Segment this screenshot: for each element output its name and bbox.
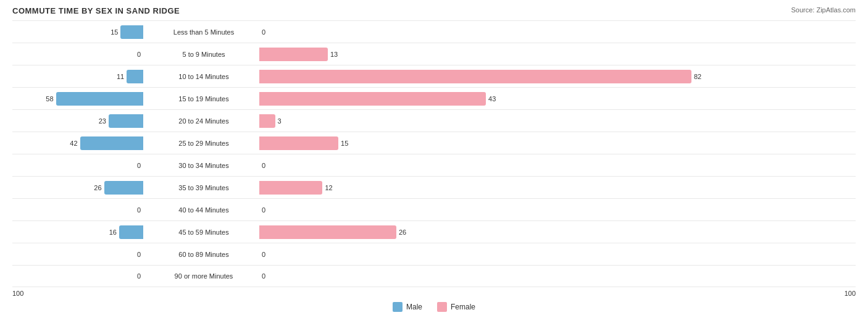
row-label: 30 to 34 Minutes — [148, 162, 259, 169]
right-section: 0 — [259, 203, 856, 217]
row-label: 45 to 59 Minutes — [148, 229, 259, 236]
right-section: 82 — [259, 70, 856, 83]
row-label: Less than 5 Minutes — [148, 28, 259, 36]
chart-inner: 15 Less than 5 Minutes 0 0 5 to 9 Minute… — [12, 20, 856, 287]
legend-female: Female — [437, 302, 475, 312]
male-value: 15 — [106, 28, 118, 36]
source-label: Source: ZipAtlas.com — [791, 6, 856, 14]
table-row: 0 5 to 9 Minutes 13 — [12, 43, 856, 65]
right-section: 0 — [259, 25, 856, 39]
left-section: 0 — [12, 159, 148, 172]
male-bar — [56, 92, 143, 106]
table-row: 58 15 to 19 Minutes 43 — [12, 87, 856, 109]
legend: Male Female — [12, 302, 856, 312]
female-value: 0 — [262, 28, 265, 36]
left-section: 16 — [12, 225, 148, 239]
bottom-right-label: 100 — [845, 290, 856, 297]
female-bar — [259, 48, 328, 61]
male-value: 26 — [90, 184, 102, 191]
right-section: 12 — [259, 181, 856, 195]
female-value: 3 — [278, 117, 282, 125]
row-label: 35 to 39 Minutes — [148, 184, 259, 191]
male-value: 0 — [128, 272, 141, 280]
female-value: 43 — [488, 95, 496, 103]
table-row: 0 60 to 89 Minutes 0 — [12, 243, 856, 265]
female-value: 0 — [262, 272, 265, 280]
male-value: 0 — [128, 51, 141, 58]
female-value: 13 — [330, 51, 338, 58]
female-bar — [259, 225, 396, 239]
bottom-axis-labels: 100 100 — [12, 290, 856, 297]
right-section: 0 — [259, 269, 856, 283]
table-row: 15 Less than 5 Minutes 0 — [12, 20, 856, 43]
left-section: 15 — [12, 25, 148, 39]
table-row: 42 25 to 29 Minutes 15 — [12, 132, 856, 154]
chart-container: COMMUTE TIME BY SEX IN SAND RIDGE Source… — [0, 0, 868, 323]
male-value: 0 — [128, 206, 141, 214]
row-label: 10 to 14 Minutes — [148, 73, 259, 80]
table-row: 0 90 or more Minutes 0 — [12, 265, 856, 287]
left-section: 11 — [12, 70, 148, 83]
table-row: 0 30 to 34 Minutes 0 — [12, 154, 856, 176]
table-row: 11 10 to 14 Minutes 82 — [12, 65, 856, 87]
left-section: 23 — [12, 114, 148, 128]
female-value: 12 — [325, 184, 332, 191]
legend-male: Male — [393, 302, 422, 312]
row-label: 25 to 29 Minutes — [148, 140, 259, 147]
male-bar — [120, 25, 143, 39]
table-row: 0 40 to 44 Minutes 0 — [12, 198, 856, 220]
male-bar — [119, 225, 143, 239]
female-bar — [259, 181, 322, 195]
male-value: 23 — [94, 117, 106, 125]
left-section: 0 — [12, 269, 148, 283]
male-value: 0 — [128, 251, 141, 258]
table-row: 16 45 to 59 Minutes 26 — [12, 220, 856, 243]
female-value: 15 — [341, 140, 348, 147]
female-bar — [259, 136, 338, 150]
row-label: 5 to 9 Minutes — [148, 51, 259, 58]
male-value: 58 — [41, 95, 54, 103]
female-value: 0 — [262, 206, 265, 214]
male-bar — [127, 70, 143, 83]
row-label: 15 to 19 Minutes — [148, 95, 259, 103]
legend-female-label: Female — [451, 303, 475, 311]
row-label: 60 to 89 Minutes — [148, 251, 259, 258]
left-section: 0 — [12, 248, 148, 261]
left-section: 58 — [12, 92, 148, 106]
female-value: 26 — [399, 229, 406, 236]
right-section: 0 — [259, 159, 856, 172]
legend-male-box — [393, 302, 403, 312]
table-row: 23 20 to 24 Minutes 3 — [12, 109, 856, 132]
row-label: 20 to 24 Minutes — [148, 117, 259, 125]
male-bar — [80, 136, 143, 150]
right-section: 13 — [259, 48, 856, 61]
chart-title: COMMUTE TIME BY SEX IN SAND RIDGE — [12, 6, 856, 15]
left-section: 0 — [12, 48, 148, 61]
female-bar — [259, 114, 275, 128]
right-section: 26 — [259, 225, 856, 239]
table-row: 26 35 to 39 Minutes 12 — [12, 176, 856, 198]
male-value: 16 — [104, 229, 117, 236]
female-bar — [259, 70, 691, 83]
legend-female-box — [437, 302, 447, 312]
row-label: 40 to 44 Minutes — [148, 206, 259, 214]
row-label: 90 or more Minutes — [148, 272, 259, 280]
right-section: 15 — [259, 136, 856, 150]
left-section: 42 — [12, 136, 148, 150]
right-section: 43 — [259, 92, 856, 106]
right-section: 0 — [259, 248, 856, 261]
male-bar — [109, 114, 143, 128]
right-section: 3 — [259, 114, 856, 128]
male-value: 42 — [65, 140, 78, 147]
female-value: 82 — [694, 73, 701, 80]
male-value: 0 — [128, 162, 141, 169]
bottom-left-label: 100 — [12, 290, 23, 297]
left-section: 26 — [12, 181, 148, 195]
male-bar — [104, 181, 143, 195]
left-section: 0 — [12, 203, 148, 217]
female-value: 0 — [262, 251, 265, 258]
female-value: 0 — [262, 162, 265, 169]
female-bar — [259, 92, 486, 106]
legend-male-label: Male — [406, 303, 422, 311]
male-value: 11 — [112, 73, 124, 80]
